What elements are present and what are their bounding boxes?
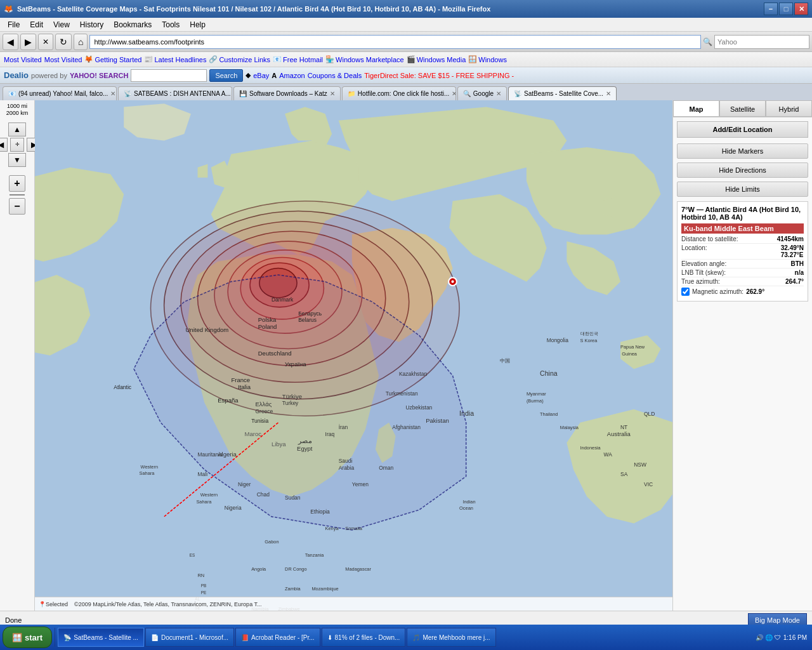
bookmark-latest-headlines[interactable]: 📰 Latest Headlines [144,55,206,63]
distance-value: 41454km [777,235,804,242]
info-elevation: Elevation angle: BTH [681,260,804,269]
map-area[interactable]: ◀◀ ◀ -45° -5° 10°W0°10°E20°E30°E 40°E50°… [35,100,672,611]
zoom-in-button[interactable]: + [9,175,25,192]
map-btn[interactable]: Map [673,100,719,117]
back-button[interactable]: ◀ [3,34,18,50]
label-mozambique: Mozambique [311,586,338,592]
bookmark-getting-started[interactable]: 🦊 Getting Started [84,55,141,63]
label-iraq: Iraq [325,431,335,437]
label-atlantic: Atlantic [114,384,131,390]
menu-bookmarks[interactable]: Bookmarks [108,19,157,30]
forward-button[interactable]: ▶ [20,34,36,50]
label-myanmar: Myanmar [527,391,546,397]
bookmark-windows-media[interactable]: 🎬 Windows Media [407,55,466,63]
label-korea2: S Korea [580,338,598,343]
windows-icon: 🪟 [12,633,22,642]
pan-center-button[interactable]: ✛ [10,138,24,152]
tab-close-icon[interactable]: ✕ [330,90,335,97]
maximize-button[interactable]: □ [779,3,793,15]
world-map[interactable]: United Kingdom Atlantic France Deutschla… [35,100,672,611]
taskbar-icon: ⬇ [327,634,332,641]
window-controls: − □ ✕ [764,3,808,15]
tab-close-icon[interactable]: ✕ [110,90,115,97]
label-turkey2: Turkey [282,400,299,406]
pan-left-button[interactable]: ◀ [0,138,8,152]
map-footer: 📍 Selected ©2009 MapLink/Tele Atlas, Tel… [35,597,672,611]
amazon-link[interactable]: Amazon [279,72,304,79]
label-ukraine: Україна [285,361,306,368]
search-input[interactable] [714,35,809,49]
label-indian-ocean: Indian [462,499,475,505]
close-button[interactable]: ✕ [794,3,808,15]
menu-help[interactable]: Help [185,19,211,30]
tab-google[interactable]: 🔍 Google ✕ [457,86,507,100]
search-button[interactable]: Search [209,69,243,82]
taskbar-satbeams[interactable]: 📡 SatBeams - Satellite ... [58,628,144,647]
menu-file[interactable]: File [3,19,25,30]
yahoo-search-input[interactable] [131,69,207,82]
tab-close-icon[interactable]: ✕ [496,90,501,97]
coupons-link[interactable]: Coupons & Deals [308,72,362,79]
zoom-out-button[interactable]: − [9,198,25,215]
menu-view[interactable]: View [48,19,75,30]
magnetic-row: Magnetic azimuth: 262.9° [681,286,804,297]
tab-hotfile[interactable]: 📁 Hotfile.com: One click file hosti... ✕ [342,86,456,100]
label-papua: Papua New [620,344,645,350]
label-oman: Oman [379,465,393,471]
bookmark-most-visited-label[interactable]: Most Visited [44,56,82,63]
label-nsw: NSW [634,461,646,468]
tab-satbeams-active[interactable]: 📡 SatBeams - Satellite Cove... ✕ [508,86,617,100]
bookmark-windows[interactable]: 🪟 Windows [468,55,507,63]
bookmark-free-hotmail[interactable]: 📧 Free Hotmail [273,55,323,63]
label-indonesia: Indonesia [580,445,601,451]
refresh-button[interactable]: ↻ [55,34,72,50]
menu-history[interactable]: History [75,19,108,30]
pan-up-button[interactable]: ▲ [8,123,26,136]
tab-software-downloads[interactable]: 💾 Software Downloads – Katz ✕ [233,86,341,100]
taskbar-media[interactable]: 🎵 Mere Mehboob mere j... [407,628,495,647]
dealio-logo: Dealio [4,70,29,80]
label-belarus2: Belarus [298,317,317,323]
label-egypt: Egypt [297,445,313,452]
magnetic-checkbox[interactable] [681,288,690,296]
label-mali: Mali [198,471,208,477]
hide-markers-button[interactable]: Hide Markers [677,143,808,159]
hide-limits-button[interactable]: Hide Limits [677,182,808,197]
tab-close-icon[interactable]: ✕ [452,90,456,97]
minimize-button[interactable]: − [764,3,778,15]
pan-down-button[interactable]: ▼ [8,153,26,167]
taskbar-icon: 📕 [241,634,249,641]
add-location-button[interactable]: Add/Edit Location [677,121,808,138]
search-icon: 🔍 [703,37,712,46]
bookmark-windows-marketplace[interactable]: 🏪 Windows Marketplace [325,55,404,63]
menu-edit[interactable]: Edit [25,19,48,30]
label-poland: Poland [258,323,277,330]
stop-button[interactable]: ✕ [38,34,53,50]
tab-satbeams-dish[interactable]: 📡 SATBEAMS : DISH ANTENNA A... ✕ [118,86,232,100]
hide-directions-button[interactable]: Hide Directions [677,162,808,178]
label-nigeria: Nigeria [225,505,242,511]
tab-yahoo-mail[interactable]: 📧 (94 unread) Yahoo! Mail, falco... ✕ [3,86,117,100]
hybrid-btn[interactable]: Hybrid [766,100,812,117]
browser-icon: 🦊 [4,4,13,13]
lnb-value: n/a [795,269,804,276]
bookmarks-bar: Most Visited Most Visited 🦊 Getting Star… [0,52,812,67]
start-button[interactable]: 🪟 start [3,627,52,648]
tab-close-icon[interactable]: ✕ [606,90,611,97]
taskbar-word[interactable]: 📄 Document1 - Microsof... [145,628,234,647]
taskbar-acrobat[interactable]: 📕 Acrobat Reader - [Pr... [235,628,320,647]
taskbar-icon: 📡 [63,634,71,641]
ebay-link[interactable]: eBay [253,72,269,79]
home-button[interactable]: ⌂ [74,34,88,50]
satellite-btn[interactable]: Satellite [719,100,766,117]
label-angola: Angola [251,566,266,572]
bookmark-customize-links[interactable]: 🔗 Customize Links [209,55,270,63]
system-tray: 🔊 🌐 🛡 1:16 PM [756,634,809,641]
tigerdirect-ad[interactable]: TigerDirect Sale: SAVE $15 - FREE SHIPPI… [364,72,514,79]
address-bar[interactable] [89,35,701,49]
powered-by-label: powered by [31,72,67,79]
label-somalia: Somalia [345,526,363,531]
bookmark-most-visited[interactable]: Most Visited [4,56,42,63]
taskbar-download[interactable]: ⬇ 81% of 2 files - Down... [322,628,406,647]
menu-tools[interactable]: Tools [157,19,185,30]
